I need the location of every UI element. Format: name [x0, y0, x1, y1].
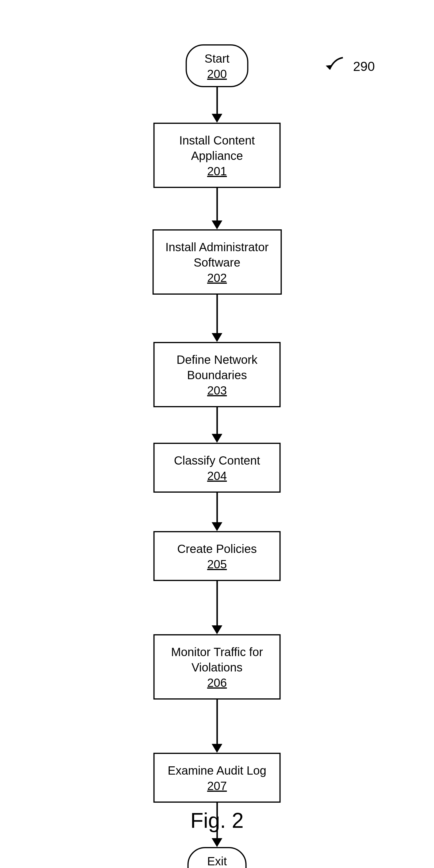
exit-title: Exit	[206, 854, 228, 868]
flow-arrow	[212, 188, 223, 229]
flowchart-container: Start 200 Install ContentAppliance 201 I…	[152, 44, 282, 868]
step7-ref: 207	[167, 779, 268, 793]
step4-title: Classify Content	[167, 453, 268, 468]
step6-ref: 206	[167, 676, 268, 689]
step1-title: Install ContentAppliance	[167, 133, 268, 163]
step2-ref: 202	[165, 271, 269, 285]
step6-title: Monitor Traffic forViolations	[167, 644, 268, 675]
curved-arrow-icon	[322, 53, 349, 80]
process-install-content-appliance: Install ContentAppliance 201	[153, 123, 281, 188]
start-ref: 200	[204, 67, 229, 81]
process-install-admin-software: Install AdministratorSoftware 202	[152, 229, 282, 294]
exit-terminal: Exit 208	[187, 847, 247, 868]
step3-ref: 203	[167, 384, 268, 397]
flow-arrow	[212, 294, 223, 342]
step4-ref: 204	[167, 469, 268, 483]
diagram-reference: 290	[322, 53, 375, 80]
start-title: Start	[204, 51, 229, 66]
process-examine-audit-log: Examine Audit Log 207	[153, 753, 281, 803]
process-classify-content: Classify Content 204	[153, 443, 281, 493]
start-terminal: Start 200	[185, 44, 248, 87]
step7-title: Examine Audit Log	[167, 763, 268, 778]
flow-arrow	[212, 581, 223, 634]
process-define-network-boundaries: Define NetworkBoundaries 203	[153, 342, 281, 407]
flow-arrow	[212, 407, 223, 443]
step5-title: Create Policies	[167, 541, 268, 557]
svg-marker-0	[326, 65, 332, 69]
step2-title: Install AdministratorSoftware	[165, 239, 269, 270]
figure-caption: Fig. 2	[190, 808, 243, 833]
step3-title: Define NetworkBoundaries	[167, 352, 268, 383]
flow-arrow	[212, 493, 223, 531]
step1-ref: 201	[167, 165, 268, 178]
flow-arrow	[212, 700, 223, 753]
diagram-ref-number: 290	[353, 59, 375, 74]
process-create-policies: Create Policies 205	[153, 531, 281, 581]
process-monitor-traffic: Monitor Traffic forViolations 206	[153, 634, 281, 700]
step5-ref: 205	[167, 558, 268, 571]
flow-arrow	[212, 87, 223, 123]
